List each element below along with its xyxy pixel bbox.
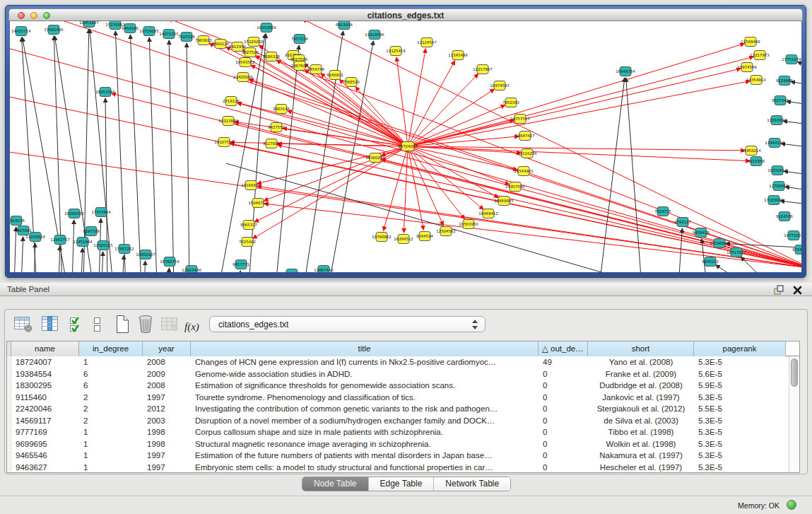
- float-panel-icon[interactable]: [774, 285, 784, 295]
- graph-node-label: 9915061: [15, 228, 32, 233]
- table-selector-dropdown[interactable]: citations_edges.txt: [209, 316, 486, 332]
- table-cell: 2: [79, 415, 143, 427]
- network-canvas-svg[interactable]: 1872400714055714376914061065328715276062…: [10, 21, 801, 272]
- table-cell: 1997: [143, 462, 191, 473]
- column-header-title[interactable]: title: [191, 341, 539, 356]
- graph-node-label: 12942757: [50, 238, 69, 242]
- graph-node-label: 10719185: [139, 29, 158, 33]
- clear-selection-button[interactable]: [93, 313, 102, 334]
- tab-edge-table[interactable]: Edge Table: [369, 477, 435, 491]
- select-all-button[interactable]: [69, 313, 86, 334]
- graph-node-label: 6460160: [122, 26, 139, 30]
- table-cell: Nakamura et al. (1997): [588, 450, 694, 462]
- citation-edge-red: [408, 49, 425, 146]
- network-window: citations_edges.txt 18724007140557143769…: [5, 5, 806, 278]
- citation-edge-black: [239, 271, 240, 272]
- table-cell: Hescheler et al. (1997): [588, 462, 694, 473]
- graph-node-label: 9792127: [674, 220, 691, 224]
- graph-node-label: 10790862: [372, 235, 391, 239]
- close-panel-icon[interactable]: [793, 285, 802, 294]
- graph-node-label: 8660124: [212, 42, 230, 46]
- network-canvas[interactable]: 1872400714055714376914061065328715276062…: [10, 21, 801, 272]
- function-builder-button[interactable]: f(x): [184, 316, 199, 337]
- graph-node-label: 8813054: [336, 23, 353, 27]
- graph-node-label: 15958214: [741, 148, 761, 153]
- graph-node-label: 14671355: [159, 32, 178, 36]
- table-cell: Franke et al. (2009): [588, 368, 694, 380]
- table-cell: Jankovic et al. (1997): [588, 392, 694, 404]
- graph-node-label: 16210613: [767, 168, 787, 173]
- table-cell: 5.3E-5: [694, 415, 786, 427]
- citation-edge-black: [741, 257, 770, 272]
- table-cell: 6: [79, 368, 143, 380]
- graph-node-label: 9146821: [326, 73, 343, 77]
- table-cell: 9699695: [11, 438, 79, 450]
- graph-node-label: 18724007: [398, 144, 417, 148]
- graph-node-label: 7625402: [239, 240, 256, 244]
- citation-edge-red: [408, 61, 455, 146]
- memory-status-indicator[interactable]: [787, 500, 796, 510]
- select-columns-button[interactable]: [41, 313, 59, 334]
- table-row[interactable]: 1872400712008Changes of HCN gene express…: [7, 356, 789, 368]
- table-row[interactable]: 911546021997Tourette syndrome. Phenomeno…: [7, 392, 789, 404]
- table-cell: 18300295: [11, 380, 79, 392]
- graph-node-label: 7857224: [291, 37, 309, 41]
- table-row[interactable]: 977716911998Corpus callosum shape and si…: [7, 426, 789, 438]
- tab-node-table[interactable]: Node Table: [302, 477, 369, 491]
- table-row[interactable]: 2242004622012Investigating the contribut…: [7, 403, 789, 415]
- column-header-out_de[interactable]: △ out_de…: [539, 341, 588, 356]
- graph-node-label: 14055714: [11, 29, 31, 33]
- table-cell: Genome-wide association studies in ADHD.: [191, 368, 539, 380]
- table-cell: 0: [539, 415, 588, 427]
- graph-node-label: 16284512: [394, 237, 413, 241]
- table-cell: 0: [539, 438, 588, 450]
- citation-edge-red: [408, 146, 423, 230]
- column-header-short[interactable]: short: [588, 341, 694, 356]
- table-row[interactable]: 1456911722003Disruption of a novel membe…: [7, 415, 789, 427]
- delete-table-button[interactable]: [136, 313, 155, 334]
- table-selector-value: citations_edges.txt: [218, 320, 288, 329]
- graph-node-label: 16771601: [784, 233, 801, 238]
- table-row[interactable]: 946554611997Estimation of the future num…: [7, 450, 789, 462]
- dropdown-stepper-icon: [471, 319, 478, 330]
- column-header-in_degree[interactable]: in_degree: [79, 341, 143, 356]
- destroy-table-button[interactable]: [160, 313, 179, 334]
- graph-node-label: 15226058: [244, 40, 264, 44]
- table-row[interactable]: 1830029562008Estimation of significance …: [7, 380, 789, 392]
- tab-network-table[interactable]: Network Table: [434, 477, 510, 491]
- graph-node-label: 8454749: [307, 67, 325, 71]
- table-row[interactable]: 946362711997Embryonic stem cells: a mode…: [7, 462, 789, 473]
- table-cell: 5.3E-5: [694, 426, 786, 438]
- table-cell: 14569117: [11, 415, 79, 427]
- graph-node-label: 10974549: [737, 65, 757, 69]
- table-settings-button[interactable]: [13, 313, 33, 334]
- table-cell: 9115460: [11, 392, 79, 404]
- table-scrollbar[interactable]: [789, 356, 799, 472]
- graph-node-label: 12217887: [473, 67, 492, 71]
- column-header-name[interactable]: name: [11, 341, 79, 356]
- table-cell: 5.3E-5: [694, 356, 786, 368]
- citation-edge-black: [716, 265, 749, 272]
- graph-node-label: 13125419: [386, 49, 406, 53]
- table-row[interactable]: 969969511998Structural magnetic resonanc…: [7, 438, 789, 450]
- table-cell: Wolkin et al. (1998): [588, 438, 694, 450]
- graph-node-label: 9724502: [792, 247, 801, 252]
- graph-node-label: 37691406: [44, 28, 64, 32]
- column-header-pagerank[interactable]: pagerank: [694, 341, 786, 356]
- graph-node-label: 9457771: [233, 262, 249, 267]
- table-cell: 2003: [143, 415, 191, 427]
- graph-node-label: 16033809: [257, 25, 276, 30]
- scrollbar-thumb[interactable]: [791, 358, 798, 387]
- table-row[interactable]: 1938455462009Genome-wide association stu…: [7, 368, 789, 380]
- citation-edge-black: [81, 248, 83, 272]
- citation-edge-red: [408, 69, 741, 146]
- table-cell: 0: [539, 368, 588, 380]
- graph-node-label: 16782759: [160, 259, 180, 264]
- citation-edge-red: [256, 56, 408, 146]
- table-cell: Changes of HCN gene expression and I(f) …: [191, 356, 539, 368]
- column-header-year[interactable]: year: [143, 341, 191, 356]
- new-table-button[interactable]: [114, 313, 131, 334]
- window-titlebar[interactable]: citations_edges.txt: [8, 8, 803, 21]
- status-bar: Memory: OK: [0, 496, 812, 514]
- table-header-row: namein_degreeyeartitle△ out_de…shortpage…: [7, 341, 799, 356]
